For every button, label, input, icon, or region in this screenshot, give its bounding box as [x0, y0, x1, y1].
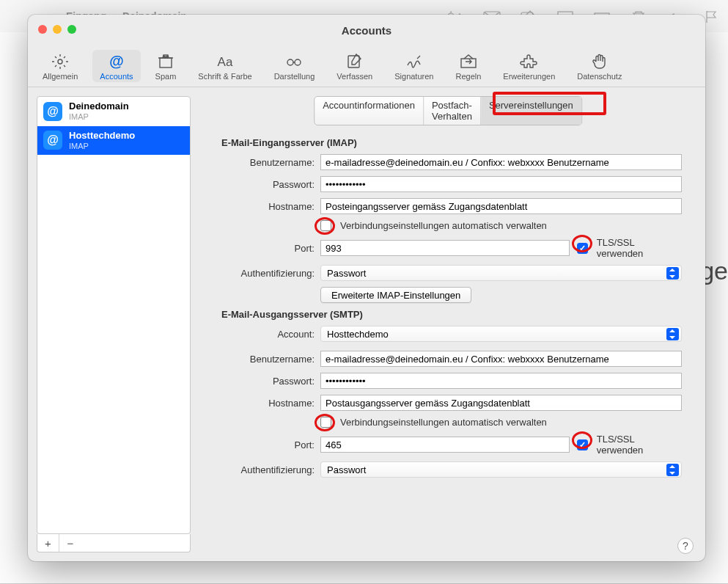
- annotation-circle-outgoing-auto: [315, 414, 335, 431]
- svg-rect-14: [461, 59, 476, 67]
- svg-rect-9: [160, 58, 172, 67]
- titlebar: Accounts: [28, 15, 705, 50]
- incoming-auto-label: Verbindungseinstellungen automatisch ver…: [340, 220, 547, 231]
- window-controls[interactable]: [38, 25, 76, 34]
- outgoing-username-input[interactable]: [320, 351, 682, 367]
- chevron-updown-icon: [666, 464, 679, 476]
- incoming-title: E-Mail-Eingangsserver (IMAP): [221, 137, 682, 148]
- outgoing-account-select[interactable]: Hosttechdemo: [320, 326, 682, 342]
- flag-icon: [703, 10, 721, 23]
- window-title: Accounts: [28, 15, 705, 47]
- incoming-hostname-input[interactable]: [320, 198, 682, 214]
- account-list[interactable]: @ Deinedomain IMAP @ Hosttechdemo IMAP: [37, 96, 191, 534]
- incoming-tls-label: TLS/SSL verwenden: [597, 237, 682, 259]
- svg-point-12: [295, 59, 301, 65]
- junk-icon: [156, 53, 175, 70]
- account-item-hosttechdemo[interactable]: @ Hosttechdemo IMAP: [37, 126, 190, 156]
- remove-account-button[interactable]: −: [59, 534, 81, 552]
- toolbar-fonts[interactable]: Aa Schrift & Farbe: [191, 50, 259, 82]
- outgoing-port-input[interactable]: [320, 437, 570, 453]
- at-icon: @: [43, 131, 62, 150]
- hand-icon: [590, 53, 609, 70]
- outgoing-tls-label: TLS/SSL verwenden: [597, 434, 682, 456]
- outgoing-hostname-input[interactable]: [320, 395, 682, 411]
- toolbar-extensions[interactable]: Erweiterungen: [496, 50, 562, 82]
- svg-text:Aa: Aa: [218, 55, 233, 69]
- add-account-button[interactable]: +: [37, 534, 59, 552]
- outgoing-auth-select[interactable]: Passwort: [320, 461, 682, 478]
- toolbar-general[interactable]: Allgemein: [35, 50, 85, 82]
- incoming-password-input[interactable]: [320, 176, 682, 192]
- chevron-updown-icon: [666, 267, 679, 280]
- tab-account-info[interactable]: Accountinformationen: [315, 97, 424, 125]
- minimize-button[interactable]: [53, 25, 62, 34]
- toolbar-view[interactable]: Darstellung: [267, 50, 323, 82]
- annotation-circle-outgoing-tls: [572, 431, 592, 449]
- gear-icon: [51, 53, 70, 70]
- annotation-highlight-tab: [493, 92, 606, 115]
- annotation-circle-incoming-tls: [572, 235, 592, 252]
- close-button[interactable]: [38, 25, 47, 34]
- compose-icon: [345, 53, 364, 70]
- outgoing-title: E-Mail-Ausgangsserver (SMTP): [221, 309, 682, 320]
- accounts-sidebar: @ Deinedomain IMAP @ Hosttechdemo IMAP +: [37, 96, 191, 552]
- signature-icon: [405, 53, 424, 70]
- at-icon: @: [43, 102, 62, 121]
- toolbar-rules[interactable]: Regeln: [448, 50, 488, 82]
- incoming-username-input[interactable]: [320, 154, 682, 170]
- incoming-auth-select[interactable]: Passwort: [320, 265, 682, 281]
- advanced-imap-button[interactable]: Erweiterte IMAP-Einstellungen: [320, 287, 471, 303]
- puzzle-icon: [520, 53, 539, 70]
- toolbar-accounts[interactable]: @ Accounts: [92, 50, 140, 82]
- toolbar-compose[interactable]: Verfassen: [329, 50, 380, 82]
- rules-icon: [459, 53, 478, 70]
- outgoing-auto-label: Verbindungseinstellungen automatisch ver…: [340, 417, 547, 428]
- toolbar-privacy[interactable]: Datenschutz: [570, 50, 629, 82]
- svg-text:@: @: [109, 53, 124, 69]
- zoom-button[interactable]: [67, 25, 76, 34]
- prefs-toolbar: Allgemein @ Accounts Spam Aa Schrift & F…: [28, 50, 705, 87]
- toolbar-spam[interactable]: Spam: [148, 50, 184, 82]
- toolbar-signatures[interactable]: Signaturen: [387, 50, 441, 82]
- at-icon: @: [107, 53, 126, 70]
- tab-mailbox-behaviour[interactable]: Postfach-Verhalten: [424, 97, 481, 125]
- help-button[interactable]: ?: [677, 538, 694, 554]
- outgoing-password-input[interactable]: [320, 373, 682, 389]
- glasses-icon: [284, 53, 304, 70]
- annotation-circle-incoming-auto: [315, 217, 335, 235]
- settings-panel: Accountinformationen Postfach-Verhalten …: [199, 96, 696, 552]
- account-item-deinedomain[interactable]: @ Deinedomain IMAP: [37, 97, 190, 126]
- incoming-port-input[interactable]: [320, 240, 570, 256]
- fonts-icon: Aa: [216, 53, 235, 70]
- preferences-window: Accounts Allgemein @ Accounts Spam Aa Sc…: [28, 15, 705, 561]
- chevron-updown-icon: [666, 328, 679, 340]
- svg-point-7: [58, 59, 62, 64]
- svg-point-11: [287, 59, 293, 65]
